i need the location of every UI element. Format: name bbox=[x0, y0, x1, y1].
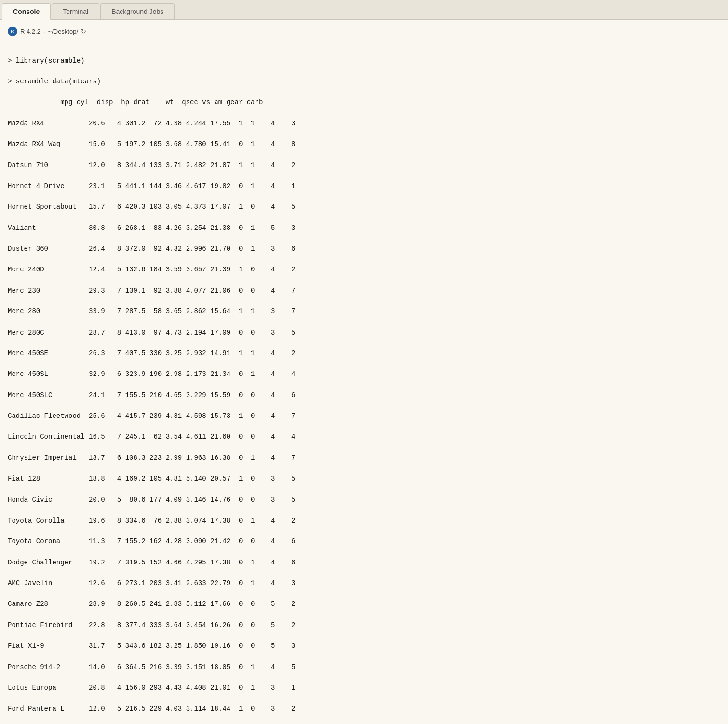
table-row-13: Merc 450SLC 24.1 7 155.5 210 4.65 3.229 … bbox=[8, 391, 296, 399]
table-row-27: Lotus Europa 20.8 4 156.0 293 4.43 4.408… bbox=[8, 684, 296, 692]
table-row-3: Hornet 4 Drive 23.1 5 441.1 144 3.46 4.6… bbox=[8, 182, 296, 190]
table-row-8: Merc 230 29.3 7 139.1 92 3.88 4.077 21.0… bbox=[8, 287, 296, 295]
table-row-10: Merc 280C 28.7 8 413.0 97 4.73 2.194 17.… bbox=[8, 329, 296, 336]
table-row-19: Toyota Corolla 19.6 8 334.6 76 2.88 3.07… bbox=[8, 517, 296, 524]
table-row-11: Merc 450SE 26.3 7 407.5 330 3.25 2.932 1… bbox=[8, 349, 296, 357]
table-row-23: Camaro Z28 28.9 8 260.5 241 2.83 5.112 1… bbox=[8, 600, 296, 608]
table-row-21: Dodge Challenger 19.2 7 319.5 152 4.66 4… bbox=[8, 559, 296, 566]
table-row-28: Ford Pantera L 12.0 5 216.5 229 4.03 3.1… bbox=[8, 705, 296, 712]
r-version: R 4.2.2 bbox=[20, 28, 40, 35]
table-row-25: Fiat X1-9 31.7 5 343.6 182 3.25 1.850 19… bbox=[8, 642, 296, 650]
command-1: > library(scramble) bbox=[8, 57, 85, 65]
table-row-24: Pontiac Firebird 22.8 8 377.4 333 3.64 3… bbox=[8, 621, 296, 629]
table-row-22: AMC Javelin 12.6 6 273.1 203 3.41 2.633 … bbox=[8, 579, 296, 587]
working-dir: ~/Desktop/ bbox=[48, 28, 79, 35]
console-area: R R 4.2.2 · ~/Desktop/ ↻ > library(scram… bbox=[0, 20, 728, 724]
table-row-12: Merc 450SL 32.9 6 323.9 190 2.98 2.173 2… bbox=[8, 370, 296, 378]
app-container: Console Terminal Background Jobs R R 4.2… bbox=[0, 0, 728, 724]
table-header: mpg cyl disp hp drat wt qsec vs am gear … bbox=[8, 98, 263, 106]
tab-bar: Console Terminal Background Jobs bbox=[0, 0, 728, 20]
table-row-4: Hornet Sportabout 15.7 6 420.3 103 3.05 … bbox=[8, 203, 296, 211]
console-output: > library(scramble) > scramble_data(mtca… bbox=[8, 45, 720, 724]
table-row-17: Fiat 128 18.8 4 169.2 105 4.81 5.140 20.… bbox=[8, 475, 296, 483]
command-2: > scramble_data(mtcars) bbox=[8, 78, 101, 85]
table-row-1: Mazda RX4 Wag 15.0 5 197.2 105 3.68 4.78… bbox=[8, 140, 296, 148]
table-row-6: Duster 360 26.4 8 372.0 92 4.32 2.996 21… bbox=[8, 245, 296, 253]
table-row-15: Lincoln Continental 16.5 7 245.1 62 3.54… bbox=[8, 433, 296, 441]
separator: · bbox=[43, 28, 45, 35]
table-row-2: Datsun 710 12.0 8 344.4 133 3.71 2.482 2… bbox=[8, 161, 296, 169]
table-row-14: Cadillac Fleetwood 25.6 4 415.7 239 4.81… bbox=[8, 412, 296, 420]
table-row-0: Mazda RX4 20.6 4 301.2 72 4.38 4.244 17.… bbox=[8, 120, 296, 127]
tab-console[interactable]: Console bbox=[2, 3, 51, 20]
r-logo-icon: R bbox=[8, 27, 17, 36]
table-row-9: Merc 280 33.9 7 287.5 58 3.65 2.862 15.6… bbox=[8, 308, 296, 315]
status-bar: R R 4.2.2 · ~/Desktop/ ↻ bbox=[8, 24, 720, 41]
table-row-18: Honda Civic 20.0 5 80.6 177 4.09 3.146 1… bbox=[8, 496, 296, 504]
table-row-26: Porsche 914-2 14.0 6 364.5 216 3.39 3.15… bbox=[8, 663, 296, 671]
table-row-5: Valiant 30.8 6 268.1 83 4.26 3.254 21.38… bbox=[8, 224, 296, 232]
tab-terminal[interactable]: Terminal bbox=[52, 3, 99, 19]
table-row-20: Toyota Corona 11.3 7 155.2 162 4.28 3.09… bbox=[8, 537, 296, 545]
table-row-16: Chrysler Imperial 13.7 6 108.3 223 2.99 … bbox=[8, 454, 296, 462]
refresh-icon[interactable]: ↻ bbox=[81, 28, 86, 35]
table-row-7: Merc 240D 12.4 5 132.6 184 3.59 3.657 21… bbox=[8, 266, 296, 273]
tab-background-jobs[interactable]: Background Jobs bbox=[100, 3, 175, 19]
